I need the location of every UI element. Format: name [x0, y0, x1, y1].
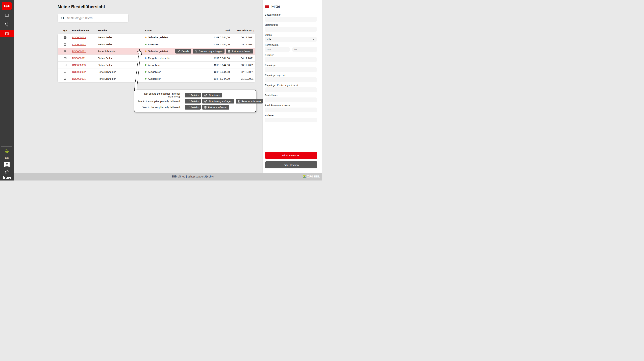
filter-label: Empfänger org. unit [265, 74, 317, 76]
clear-filter-button[interactable]: Filter löschen [265, 162, 317, 168]
record-return-button[interactable]: Retoure erfassen [236, 99, 263, 104]
cart-icon [63, 77, 67, 80]
produktnummer-field[interactable] [265, 108, 317, 112]
record-return-button[interactable]: Retoure erfassen [226, 49, 253, 54]
order-link[interactable]: CO0000012 [72, 43, 86, 46]
total-cell: CHF 5.344,00 [192, 57, 230, 60]
monitor-icon [5, 14, 9, 18]
table-row[interactable]: DO0000009 Stefan Seiler Ausgeliefert CHF… [58, 62, 255, 68]
zugseil-text: ZUGSEIL [307, 175, 320, 178]
table-header: Typ Bestellnummer Ersteller Status Total… [58, 28, 255, 33]
sidebar-item-dashboard[interactable] [0, 14, 14, 18]
return-icon [204, 106, 207, 109]
creator-cell: Stefan Seiler [98, 36, 145, 39]
empfaenger-field[interactable] [265, 67, 317, 72]
cancel-request-button[interactable]: Stornierung anfragen [202, 99, 234, 104]
status-dot [145, 50, 146, 52]
col-bestelldatum[interactable]: Bestelldatum∨ [230, 29, 255, 32]
status-dot [145, 78, 146, 80]
menu-icon[interactable] [265, 5, 269, 8]
status-text: Freigabe erforderlich [148, 57, 171, 60]
tooltip-label: Sent to the supplier fully delivered [134, 106, 180, 109]
user-switch-icon [4, 149, 10, 154]
page: DE ? Meine Bestellübersicht [0, 0, 322, 180]
filter-panel: Filter Bestellnummer Lieferauftrag Statu… [263, 0, 322, 173]
cancel-button[interactable]: Stornieren [202, 93, 222, 98]
status-dot [145, 44, 146, 45]
search-icon [61, 16, 64, 20]
order-link[interactable]: DO0000011 [72, 57, 86, 60]
sbb-logo[interactable] [2, 2, 12, 10]
shopping-bag-icon [63, 42, 67, 46]
order-link[interactable]: DO0000012 [72, 50, 86, 53]
creator-cell: Rene Schneider [98, 77, 145, 80]
table-row[interactable]: DO0000013 Stefan Seiler Teilweise gelief… [58, 34, 255, 41]
table-row[interactable]: DO0000002 Rene Schneider Ausgeliefert CH… [58, 68, 255, 75]
zugseil-z-icon [302, 175, 306, 179]
table-row[interactable]: DO0000001 Rene Schneider Ausgeliefert CH… [58, 75, 255, 82]
creator-cell: Stefan Seiler [98, 57, 145, 60]
date-cell: 01.12.2021. [230, 77, 255, 80]
ersteller-field[interactable] [265, 57, 317, 62]
order-link[interactable]: DO0000001 [72, 77, 86, 80]
sidebar-item-orders-active[interactable] [0, 30, 14, 38]
details-icon [187, 94, 190, 96]
briefcase-icon [63, 63, 67, 67]
cancel-request-button[interactable]: Stornierung anfragen [193, 49, 224, 54]
table-row[interactable]: CO0000012 Stefan Seiler Akzeptiert CHF 5… [58, 41, 255, 48]
cart-icon [63, 50, 67, 53]
variante-field[interactable] [265, 118, 317, 122]
person-silhouette-icon [5, 162, 9, 167]
col-status[interactable]: Status [145, 29, 192, 32]
table-row[interactable]: DO0000011 Stefan Seiler Freigabe erforde… [58, 54, 255, 62]
empfaenger-org-unit-field[interactable] [265, 77, 317, 82]
filter-label: Bestelldatum [265, 44, 317, 46]
sbb-arrows-icon [3, 4, 10, 8]
search-input[interactable] [67, 16, 121, 20]
status-select[interactable]: Alle [265, 37, 317, 42]
cancel-icon [204, 94, 207, 96]
details-button[interactable]: Details [185, 105, 201, 110]
date-cell: 06.12.2021. [230, 36, 255, 39]
bestelldatum-von-field[interactable] [265, 47, 290, 52]
date-cell: 04.12.2021. [230, 57, 255, 60]
search-box [58, 14, 128, 22]
apply-filter-button[interactable]: Filter anwenden [265, 152, 317, 159]
order-link[interactable]: DO0000009 [72, 64, 86, 66]
status-text: Ausgeliefert [148, 77, 161, 80]
details-button[interactable]: Details [185, 93, 201, 98]
tooltip-row: Not sent to the supplier (internal clear… [134, 92, 256, 98]
bestellbasis-field[interactable] [265, 98, 317, 102]
col-total[interactable]: Total [192, 29, 230, 32]
tooltip-label: Not sent to the supplier (internal clear… [134, 92, 180, 98]
record-return-button[interactable]: Retoure erfassen [202, 105, 230, 110]
sidebar-item-help[interactable]: ? [0, 170, 14, 174]
sidebar-item-new-order[interactable] [0, 22, 14, 27]
avatar[interactable] [4, 162, 10, 167]
order-link[interactable]: DO0000002 [72, 70, 86, 73]
table-row-hovered[interactable]: DO0000012 Rene Schneider Teilweise gelie… [58, 48, 255, 54]
col-bestellnummer[interactable]: Bestellnummer [72, 29, 98, 32]
sidebar-item-user-switch[interactable] [0, 149, 14, 154]
total-cell: CHF 5.344,00 [192, 64, 230, 66]
sort-desc-icon[interactable]: ∨ [253, 30, 254, 32]
details-button[interactable]: Details [185, 99, 201, 104]
tooltip-row: Sent to the supplier fully delivered Det… [134, 104, 256, 110]
filter-label: Status [265, 34, 317, 36]
details-button[interactable]: Details [175, 49, 191, 54]
sidebar: DE ? [0, 0, 14, 180]
lieferauftrag-field[interactable] [265, 27, 317, 32]
bestelldatum-bis-field[interactable] [292, 47, 317, 52]
footer-text: SBB eShop | eshop.support@sbb.ch [172, 173, 215, 180]
bestellnummer-field[interactable] [265, 17, 317, 22]
cart-icon [63, 70, 67, 74]
status-text: Teilweise geliefert [148, 50, 168, 53]
empfaenger-kontierungselement-field[interactable] [265, 88, 317, 92]
help-icon: ? [5, 170, 9, 174]
creator-cell: Stefan Seiler [98, 64, 145, 66]
return-icon [238, 100, 240, 103]
row-actions: Details Stornierung anfragen Retoure erf… [175, 49, 253, 54]
col-ersteller[interactable]: Ersteller [98, 29, 145, 32]
order-link[interactable]: DO0000013 [72, 36, 86, 39]
language-switch[interactable]: DE [0, 156, 14, 159]
